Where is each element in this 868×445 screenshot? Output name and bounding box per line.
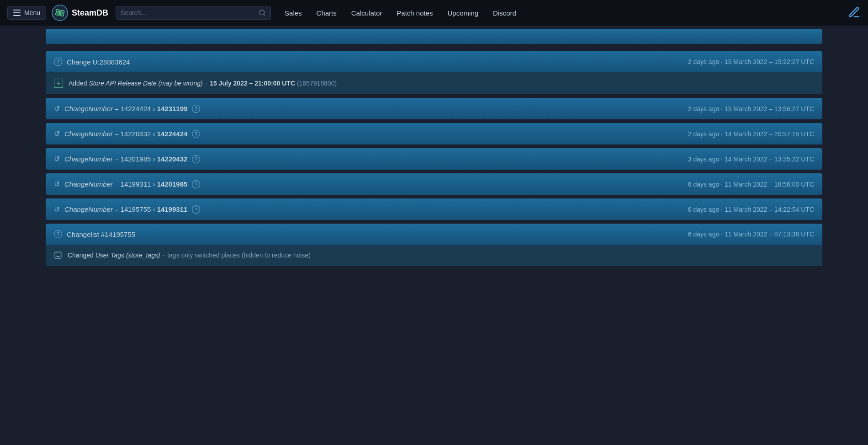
search-icon [259, 9, 266, 16]
top-partial-bar [46, 29, 822, 44]
change-header-14201985[interactable]: ↺ ChangeNumber – 14201985 › 14220432 ? 3… [46, 148, 822, 170]
search-button[interactable] [259, 9, 266, 16]
change-number-text: ChangeNumber – 14201985 › 14220432 [64, 155, 187, 163]
change-timestamp: 2 days ago · 14 March 2022 – 20:57:15 UT… [688, 130, 814, 138]
navbar-right [848, 6, 861, 20]
change-id-label: Change U:28883624 [67, 58, 130, 66]
change-header-14220432[interactable]: ↺ ChangeNumber – 14220432 › 14224424 ? 2… [46, 123, 822, 145]
change-number-text: ChangeNumber – 14199311 › 14201985 [64, 180, 187, 188]
list-item: ? Change U:28883624 2 days ago · 15 Marc… [46, 51, 822, 94]
change-header-14224424[interactable]: ↺ ChangeNumber – 14224424 › 14231199 ? 2… [46, 98, 822, 119]
help-icon[interactable]: ? [192, 155, 200, 163]
logo-text: SteamDB [72, 8, 108, 18]
help-icon[interactable]: ? [192, 180, 200, 188]
edit-icon [848, 6, 861, 19]
svg-rect-6 [55, 252, 61, 258]
change-timestamp: 2 days ago · 15 March 2022 – 13:56:27 UT… [688, 105, 814, 113]
info-icon [54, 251, 62, 259]
help-icon[interactable]: ? [192, 105, 200, 113]
change-header-14195755[interactable]: ↺ ChangeNumber – 14195755 › 14199311 ? 6… [46, 198, 822, 220]
refresh-icon: ↺ [54, 205, 60, 214]
change-header-u28883624[interactable]: ? Change U:28883624 2 days ago · 15 Marc… [46, 51, 822, 72]
refresh-icon: ↺ [54, 129, 60, 138]
partial-bottom-header[interactable]: ? Changelist #14195755 6 days ago · 11 M… [46, 224, 822, 245]
refresh-icon: ↺ [54, 104, 60, 113]
change-timestamp: 3 days ago · 14 March 2022 – 13:35:22 UT… [688, 155, 814, 163]
change-body-muted: (1657918800) [297, 80, 337, 87]
svg-point-3 [58, 11, 61, 14]
change-number-bold: 14231199 [157, 105, 188, 113]
svg-point-4 [259, 10, 265, 15]
help-icon[interactable]: ? [192, 130, 200, 138]
list-item: ↺ ChangeNumber – 14195755 › 14199311 ? 6… [46, 198, 822, 220]
change-header-14199311[interactable]: ↺ ChangeNumber – 14199311 › 14201985 ? 6… [46, 173, 822, 195]
change-header-left: ↺ ChangeNumber – 14199311 › 14201985 ? [54, 180, 200, 188]
list-item: ↺ ChangeNumber – 14199311 › 14201985 ? 6… [46, 173, 822, 195]
change-header-left: ↺ ChangeNumber – 14201985 › 14220432 ? [54, 155, 200, 163]
change-number-text: ChangeNumber – 14195755 › 14199311 [64, 205, 187, 213]
change-header-left: ? Change U:28883624 [54, 58, 130, 66]
change-body-text: Added Store API Release Date (may be wro… [69, 80, 337, 87]
change-number-text: ChangeNumber – 14220432 › 14224424 [64, 130, 187, 138]
refresh-icon: ↺ [54, 155, 60, 163]
changes-list: ? Change U:28883624 2 days ago · 15 Marc… [0, 48, 868, 224]
help-icon[interactable]: ? [192, 205, 200, 214]
list-item: ↺ ChangeNumber – 14220432 › 14224424 ? 2… [46, 123, 822, 145]
help-icon[interactable]: ? [54, 58, 62, 66]
svg-line-5 [264, 14, 265, 16]
nav-charts[interactable]: Charts [310, 6, 343, 20]
change-timestamp: 2 days ago · 15 March 2022 – 15:22:27 UT… [688, 58, 814, 65]
nav-discord[interactable]: Discord [487, 6, 523, 20]
nav-patch-notes[interactable]: Patch notes [390, 6, 439, 20]
change-timestamp: 6 days ago · 11 March 2022 – 18:56:00 UT… [688, 181, 814, 188]
menu-button[interactable]: Menu [7, 6, 46, 20]
refresh-icon: ↺ [54, 180, 60, 188]
nav-upcoming[interactable]: Upcoming [441, 6, 485, 20]
change-header-left: ↺ ChangeNumber – 14220432 › 14224424 ? [54, 129, 200, 138]
list-item: ↺ ChangeNumber – 14224424 › 14231199 ? 2… [46, 98, 822, 119]
change-header-left: ? Changelist #14195755 [54, 230, 135, 238]
plus-icon: + [54, 79, 63, 88]
help-icon[interactable]: ? [54, 230, 62, 238]
main-content: ? Change U:28883624 2 days ago · 15 Marc… [0, 26, 868, 269]
change-number-text: ChangeNumber – 14224424 › 14231199 [64, 105, 187, 113]
search-input[interactable] [121, 9, 259, 16]
partial-body-text: Changed User Tags (store_tags) – tags on… [68, 252, 311, 259]
changelist-label: Changelist #14195755 [67, 231, 135, 238]
navbar-links: Sales Charts Calculator Patch notes Upco… [278, 6, 523, 20]
change-body-bold: 15 July 2022 – 21:00:00 UTC [210, 80, 295, 87]
change-timestamp: 6 days ago · 11 March 2022 – 14:22:54 UT… [688, 206, 814, 213]
nav-calculator[interactable]: Calculator [345, 6, 389, 20]
hamburger-icon [13, 10, 21, 16]
edit-button[interactable] [848, 6, 861, 20]
change-header-left: ↺ ChangeNumber – 14195755 › 14199311 ? [54, 205, 200, 214]
change-body-italic: Store API Release Date (may be wrong) [89, 80, 202, 87]
change-number-label: ChangeNumber [64, 105, 113, 113]
partial-body-14195755: Changed User Tags (store_tags) – tags on… [46, 245, 822, 266]
navbar: Menu SteamDB Sales Charts Calculator Pat… [0, 0, 868, 26]
logo-link[interactable]: SteamDB [52, 5, 108, 21]
steamdb-logo-icon [52, 5, 68, 21]
change-header-left: ↺ ChangeNumber – 14224424 › 14231199 ? [54, 104, 200, 113]
change-body-u28883624: + Added Store API Release Date (may be w… [46, 72, 822, 94]
search-container [116, 6, 271, 20]
change-timestamp: 6 days ago · 11 March 2022 – 07:13:38 UT… [688, 231, 814, 238]
nav-sales[interactable]: Sales [278, 6, 308, 20]
list-item: ↺ ChangeNumber – 14201985 › 14220432 ? 3… [46, 148, 822, 170]
menu-label: Menu [24, 9, 40, 16]
